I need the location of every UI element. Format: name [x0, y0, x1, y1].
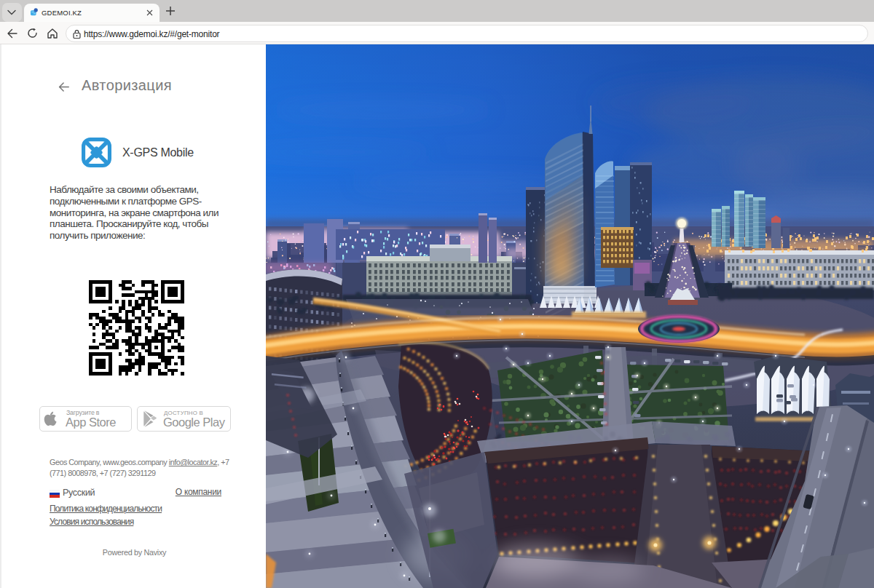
svg-text:Google Play: Google Play [163, 416, 226, 429]
svg-text:Загрузите в: Загрузите в [66, 409, 100, 416]
svg-text:App Store: App Store [66, 416, 116, 429]
